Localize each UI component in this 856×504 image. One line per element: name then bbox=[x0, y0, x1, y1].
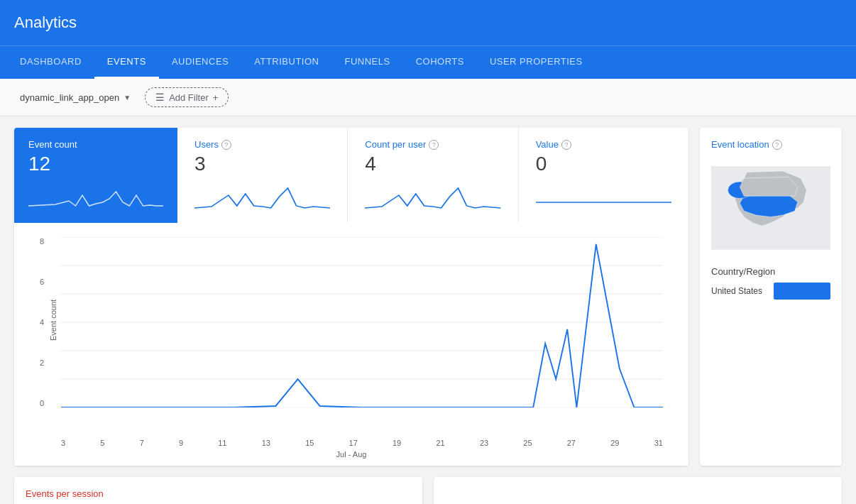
x-label-11: 11 bbox=[218, 439, 226, 447]
event-dropdown[interactable]: dynamic_link_app_open ▼ bbox=[14, 88, 136, 107]
x-label-19: 19 bbox=[393, 439, 401, 447]
y-tick-0: 0 bbox=[40, 399, 44, 407]
stats-top-row: Event count 12 Users ? 3 bbox=[14, 128, 688, 223]
right-panel: Event location ? Country/Region United S… bbox=[700, 128, 842, 466]
count-per-user-stat-box: Count per user ? 4 bbox=[348, 128, 518, 223]
count-per-user-help-icon[interactable]: ? bbox=[429, 140, 439, 150]
bottom-card-2 bbox=[434, 477, 842, 504]
united-states-row: United States bbox=[711, 283, 830, 300]
x-label-31: 31 bbox=[654, 439, 663, 447]
x-label-3: 3 bbox=[61, 439, 65, 447]
value-sparkline bbox=[536, 181, 671, 209]
nav-funnels[interactable]: FUNNELS bbox=[331, 46, 402, 79]
nav-user-properties[interactable]: USER PROPERTIES bbox=[477, 46, 596, 79]
main-nav: DASHBOARD EVENTS AUDIENCES ATTRIBUTION F… bbox=[0, 45, 856, 79]
users-value: 3 bbox=[194, 153, 330, 175]
value-label: Value ? bbox=[536, 139, 671, 150]
nav-dashboard[interactable]: DASHBOARD bbox=[7, 46, 94, 79]
x-axis-labels: 3 5 7 9 11 13 15 17 19 21 23 25 27 29 31 bbox=[61, 439, 663, 447]
country-bar-us bbox=[774, 283, 830, 300]
x-label-5: 5 bbox=[100, 439, 104, 447]
country-name-us: United States bbox=[711, 286, 768, 296]
left-panel: Event count 12 Users ? 3 bbox=[14, 128, 688, 466]
y-tick-8: 8 bbox=[40, 237, 44, 246]
count-per-user-sparkline bbox=[365, 181, 500, 209]
add-filter-button[interactable]: ☰ Add Filter + bbox=[145, 87, 229, 107]
value-help-icon[interactable]: ? bbox=[561, 140, 571, 150]
users-stat-box: Users ? 3 bbox=[177, 128, 348, 223]
nav-attribution[interactable]: ATTRIBUTION bbox=[241, 46, 331, 79]
stats-card: Event count 12 Users ? 3 bbox=[14, 128, 688, 466]
event-count-label: Event count bbox=[28, 139, 163, 150]
x-label-7: 7 bbox=[140, 439, 144, 447]
event-location-title: Event location ? bbox=[711, 139, 830, 150]
main-content: Event count 12 Users ? 3 bbox=[0, 116, 856, 477]
count-per-user-value: 4 bbox=[365, 153, 500, 175]
x-label-25: 25 bbox=[523, 439, 532, 447]
value-value: 0 bbox=[536, 153, 671, 175]
value-stat-box: Value ? 0 bbox=[519, 128, 688, 223]
x-label-15: 15 bbox=[305, 439, 314, 447]
y-tick-6: 6 bbox=[40, 278, 44, 286]
x-label-27: 27 bbox=[567, 439, 576, 447]
bottom-section: Events per session bbox=[0, 477, 856, 504]
event-count-box: Event count 12 bbox=[14, 128, 177, 223]
y-axis-label: Event count bbox=[49, 300, 57, 341]
count-per-user-label: Count per user ? bbox=[365, 139, 500, 150]
filter-icon: ☰ bbox=[155, 92, 165, 103]
x-label-9: 9 bbox=[179, 439, 183, 447]
x-label-13: 13 bbox=[262, 439, 270, 447]
x-label-23: 23 bbox=[480, 439, 488, 447]
x-label-17: 17 bbox=[349, 439, 358, 447]
users-sparkline bbox=[194, 181, 330, 209]
map-visualization bbox=[711, 158, 830, 258]
nav-cohorts[interactable]: COHORTS bbox=[403, 46, 477, 79]
nav-events[interactable]: EVENTS bbox=[94, 46, 159, 79]
users-label: Users ? bbox=[194, 139, 330, 150]
map-svg bbox=[711, 158, 830, 258]
y-tick-2: 2 bbox=[40, 358, 44, 367]
event-location-help-icon[interactable]: ? bbox=[772, 140, 782, 150]
event-count-sparkline bbox=[28, 181, 163, 209]
x-label-21: 21 bbox=[436, 439, 444, 447]
y-tick-4: 4 bbox=[40, 318, 44, 327]
dropdown-arrow-icon: ▼ bbox=[124, 94, 131, 102]
event-count-value: 12 bbox=[28, 153, 163, 175]
main-chart-area: Event count 8 6 4 2 bbox=[14, 223, 688, 466]
app-header: Analytics bbox=[0, 0, 856, 45]
events-per-session-title: Events per session bbox=[26, 488, 411, 499]
users-help-icon[interactable]: ? bbox=[221, 140, 231, 150]
add-filter-plus-icon: + bbox=[213, 92, 219, 103]
x-axis-title: Jul - Aug bbox=[26, 450, 677, 459]
app-title: Analytics bbox=[14, 13, 77, 32]
add-filter-label: Add Filter bbox=[169, 92, 209, 103]
nav-audiences[interactable]: AUDIENCES bbox=[159, 46, 241, 79]
events-per-session-card: Events per session bbox=[14, 477, 422, 504]
event-dropdown-value: dynamic_link_app_open bbox=[20, 92, 119, 103]
filter-bar: dynamic_link_app_open ▼ ☰ Add Filter + bbox=[0, 79, 856, 116]
x-label-29: 29 bbox=[610, 439, 619, 447]
main-chart-svg: 8 6 4 2 0 bbox=[61, 237, 663, 407]
country-region-label: Country/Region bbox=[711, 266, 830, 277]
